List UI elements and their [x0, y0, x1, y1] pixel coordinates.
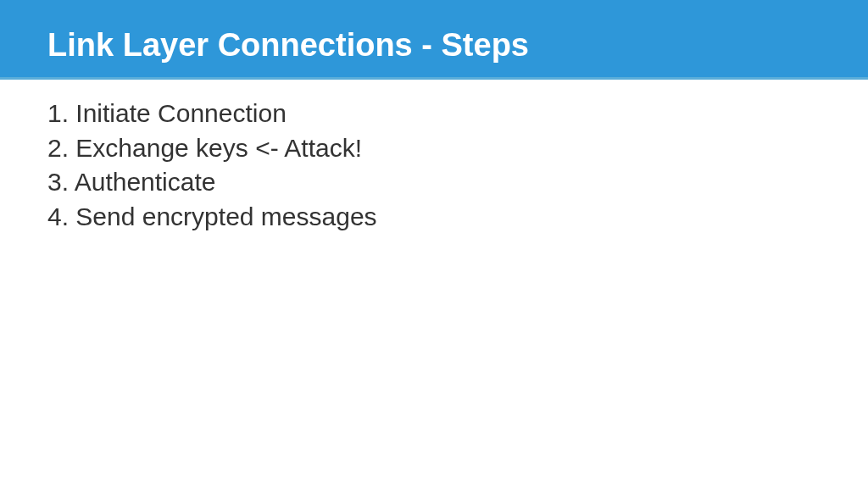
step-item: 3. Authenticate — [47, 165, 868, 200]
slide-header: Link Layer Connections - Steps — [0, 0, 868, 80]
slide-title: Link Layer Connections - Steps — [47, 27, 868, 64]
step-item: 1. Initiate Connection — [47, 97, 868, 131]
slide-content: 1. Initiate Connection 2. Exchange keys … — [0, 80, 868, 234]
step-item: 4. Send encrypted messages — [47, 200, 868, 235]
step-item: 2. Exchange keys <- Attack! — [47, 131, 868, 166]
